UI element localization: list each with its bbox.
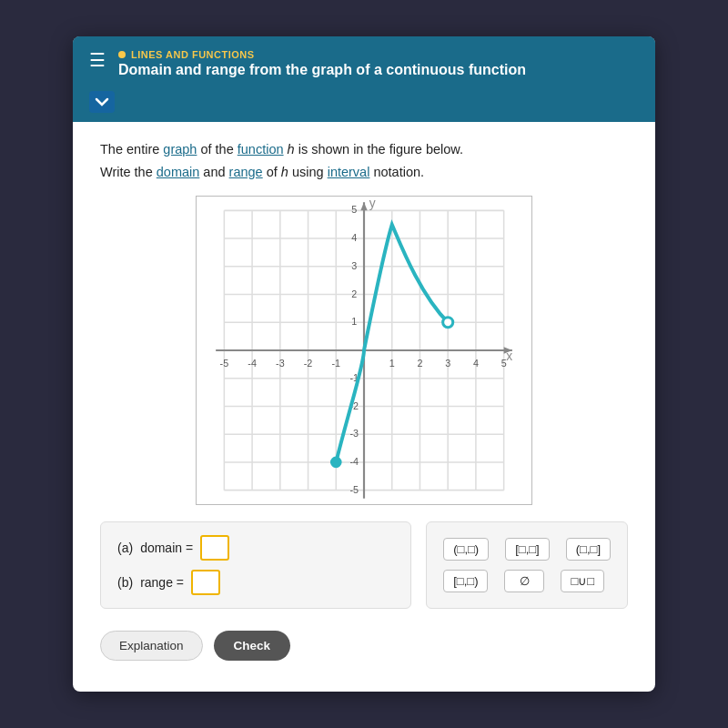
main-content: The entire graph of the function h is sh… <box>73 122 655 675</box>
range-answer-line: (b) range = <box>117 570 394 595</box>
domain-input[interactable] <box>200 535 229 561</box>
domain-answer-line: (a) domain = <box>117 535 394 561</box>
svg-marker-25 <box>360 202 367 210</box>
interval-link[interactable]: interval <box>328 165 370 179</box>
function-graph: x y -5 -4 -3 -2 -1 1 2 3 4 5 5 4 3 2 1 -… <box>196 196 532 505</box>
notation-empty-set[interactable]: ∅ <box>504 570 544 592</box>
page-title: Domain and range from the graph of a con… <box>118 62 526 78</box>
notation-union[interactable]: □∪□ <box>561 570 604 592</box>
explanation-button[interactable]: Explanation <box>100 631 203 661</box>
domain-link[interactable]: domain <box>157 165 200 179</box>
header-bar: ☰ LINES AND FUNCTIONS Domain and range f… <box>73 36 655 91</box>
svg-text:-1: -1 <box>331 359 340 369</box>
collapse-button[interactable] <box>89 91 115 113</box>
svg-text:-5: -5 <box>349 484 359 495</box>
notation-half-open-left[interactable]: [□,□) <box>443 570 488 592</box>
svg-text:4: 4 <box>351 232 357 243</box>
svg-text:2: 2 <box>351 288 357 299</box>
svg-text:1: 1 <box>351 317 357 328</box>
svg-text:-3: -3 <box>349 429 359 440</box>
svg-text:3: 3 <box>351 260 357 271</box>
svg-text:2: 2 <box>417 359 422 369</box>
notation-half-open-right[interactable]: (□,□] <box>566 538 611 561</box>
svg-text:-4: -4 <box>248 359 257 369</box>
svg-text:y: y <box>369 197 376 211</box>
svg-text:x: x <box>506 349 512 363</box>
svg-text:-4: -4 <box>349 456 359 467</box>
svg-point-48 <box>331 458 341 468</box>
answer-inputs-box: (a) domain = (b) range = <box>100 521 411 609</box>
problem-text: The entire graph of the function h is sh… <box>100 138 628 183</box>
svg-text:4: 4 <box>473 359 479 369</box>
range-input[interactable] <box>191 570 220 595</box>
check-button[interactable]: Check <box>214 631 291 661</box>
range-equals: range = <box>140 575 184 590</box>
svg-text:5: 5 <box>501 359 507 369</box>
graph-container: x y -5 -4 -3 -2 -1 1 2 3 4 5 5 4 3 2 1 -… <box>100 196 628 505</box>
function-link[interactable]: function <box>238 142 284 157</box>
footer-buttons: Explanation Check <box>100 623 628 661</box>
answers-section: (a) domain = (b) range = (□,□) [□,□] <box>100 521 628 609</box>
svg-text:-3: -3 <box>276 359 285 369</box>
domain-equals: domain = <box>140 541 193 555</box>
svg-text:-2: -2 <box>304 359 313 369</box>
range-link[interactable]: range <box>229 165 263 179</box>
hamburger-icon[interactable]: ☰ <box>89 51 106 69</box>
domain-label-a: (a) <box>117 541 133 555</box>
range-label-b: (b) <box>117 575 133 590</box>
notation-row-1: (□,□) [□,□] (□,□] <box>443 538 611 561</box>
notation-closed-interval[interactable]: [□,□] <box>505 538 550 561</box>
svg-text:-5: -5 <box>220 359 229 369</box>
svg-text:3: 3 <box>445 359 450 369</box>
category-label: LINES AND FUNCTIONS <box>118 49 526 60</box>
svg-text:5: 5 <box>351 205 357 216</box>
svg-text:1: 1 <box>389 359 395 369</box>
graph-link[interactable]: graph <box>163 142 197 157</box>
svg-point-49 <box>443 318 453 328</box>
notation-row-2: [□,□) ∅ □∪□ <box>443 570 611 592</box>
notation-open-interval[interactable]: (□,□) <box>443 538 489 561</box>
notation-buttons-box: (□,□) [□,□] (□,□] [□,□) ∅ <box>426 521 628 609</box>
